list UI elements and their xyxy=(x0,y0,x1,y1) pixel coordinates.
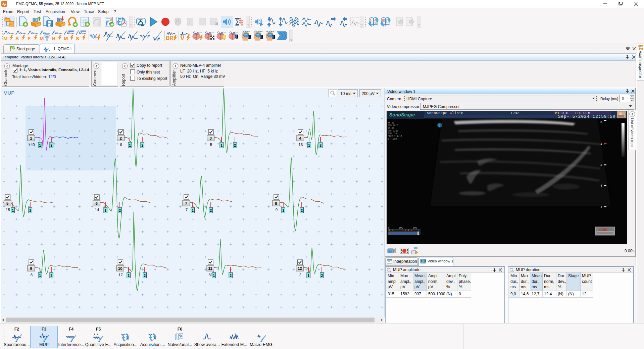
svg-text:12: 12 xyxy=(298,266,302,270)
svg-text:L742: L742 xyxy=(511,111,519,115)
svg-text:2: 2 xyxy=(119,136,121,140)
svg-text:1: 1 xyxy=(308,144,310,147)
svg-text:309: 309 xyxy=(413,227,417,229)
svg-text:5: 5 xyxy=(6,201,9,205)
svg-text:0: 0 xyxy=(388,227,390,229)
svg-text:2: 2 xyxy=(50,274,52,278)
svg-text:8: 8 xyxy=(275,201,277,205)
svg-text:2: 2 xyxy=(321,274,323,278)
svg-text:MUP: MUP xyxy=(3,90,14,96)
svg-text:2: 2 xyxy=(319,144,321,147)
svg-text:2: 2 xyxy=(299,273,301,277)
svg-text:1: 1 xyxy=(12,209,14,212)
svg-text:1: 1 xyxy=(192,209,194,212)
svg-text:13: 13 xyxy=(299,143,303,147)
svg-text:H: H xyxy=(52,36,55,41)
svg-text:FACT 7.9-13: FACT 7.9-13 xyxy=(388,135,402,138)
svg-text:3: 3 xyxy=(600,184,602,188)
svg-text:M: M xyxy=(64,36,68,41)
svg-text:14: 14 xyxy=(95,208,99,212)
svg-text:2: 2 xyxy=(144,274,146,278)
svg-text:1: 1 xyxy=(39,274,41,278)
svg-text:2: 2 xyxy=(119,209,121,212)
svg-text:1: 1 xyxy=(282,209,284,212)
svg-text:1: 1 xyxy=(220,144,222,147)
svg-text:4: 4 xyxy=(600,205,602,209)
svg-text:17: 17 xyxy=(118,273,123,277)
svg-text:2: 2 xyxy=(210,209,212,212)
svg-text:9: 9 xyxy=(120,143,122,147)
svg-text:200 µV: 200 µV xyxy=(362,91,375,96)
svg-text:M: M xyxy=(40,36,44,41)
svg-text:M: M xyxy=(3,36,8,41)
svg-text:SonoScape Clinic: SonoScape Clinic xyxy=(427,111,463,115)
svg-text:2: 2 xyxy=(234,144,236,147)
svg-text:Sep- 5-2024 12:59:50: Sep- 5-2024 12:59:50 xyxy=(558,114,615,119)
svg-text:7: 7 xyxy=(186,208,188,212)
svg-text:CINE: CINE xyxy=(599,228,607,232)
svg-text:POWL 70: POWL 70 xyxy=(388,133,397,135)
svg-text:2DU 80/6: 2DU 80/6 xyxy=(388,124,398,127)
svg-text:S: S xyxy=(76,36,79,41)
svg-text:0: 0 xyxy=(600,121,602,124)
svg-text:309: 309 xyxy=(399,227,403,229)
svg-text:F: F xyxy=(28,36,31,41)
svg-text:2: 2 xyxy=(230,274,232,278)
svg-text:6: 6 xyxy=(95,201,97,205)
svg-text:3: 3 xyxy=(209,136,211,140)
svg-text:2: 2 xyxy=(600,163,602,167)
svg-text:1: 1 xyxy=(30,136,32,140)
svg-text:1: 1 xyxy=(104,209,106,212)
svg-text:SonoScape: SonoScape xyxy=(389,112,415,117)
svg-text:+40: +40 xyxy=(28,143,35,147)
svg-text:MK 33: MK 33 xyxy=(388,122,394,124)
svg-text:9: 9 xyxy=(276,208,278,212)
svg-text:4: 4 xyxy=(299,136,301,140)
svg-text:2: 2 xyxy=(141,144,143,147)
svg-text:GN 83: GN 83 xyxy=(388,127,394,130)
svg-text:7: 7 xyxy=(185,201,187,205)
svg-text:9: 9 xyxy=(30,266,32,270)
svg-text:1: 1 xyxy=(600,142,602,146)
svg-text:8: 8 xyxy=(31,273,33,277)
svg-text:Z 4.3cm: Z 4.3cm xyxy=(388,138,397,140)
svg-text:1: 1 xyxy=(307,274,309,278)
svg-text:15: 15 xyxy=(6,208,10,212)
svg-text:1: 1 xyxy=(213,274,215,278)
svg-text:S: S xyxy=(15,36,19,41)
svg-text:10: 10 xyxy=(118,266,122,270)
svg-text:2: 2 xyxy=(29,209,31,212)
svg-text:1: 1 xyxy=(128,274,130,278)
svg-text:V: V xyxy=(180,35,185,41)
svg-text:2: 2 xyxy=(50,144,52,147)
svg-text:11: 11 xyxy=(208,266,213,270)
svg-text:10 ms: 10 ms xyxy=(340,91,351,96)
svg-text:5: 5 xyxy=(210,143,212,147)
svg-text:1: 1 xyxy=(39,144,41,147)
svg-text:BR: BR xyxy=(166,35,174,41)
svg-text:S: S xyxy=(438,124,440,127)
svg-text:DYC 5/30: DYC 5/30 xyxy=(388,130,398,132)
svg-text:2: 2 xyxy=(301,209,303,212)
svg-text:1: 1 xyxy=(129,144,131,147)
